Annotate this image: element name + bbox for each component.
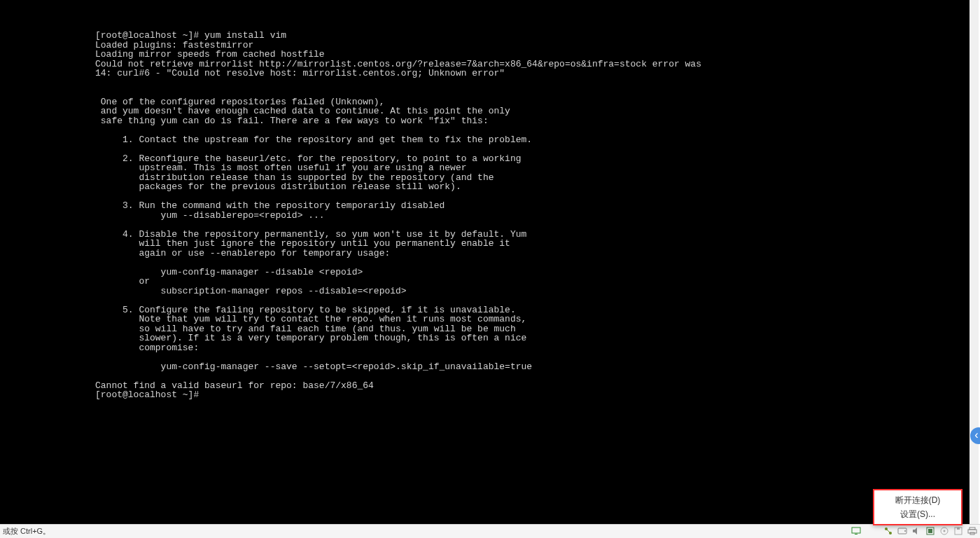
monitor-icon[interactable]	[851, 527, 861, 537]
statusbar-tray	[851, 527, 980, 537]
printer-icon[interactable]	[967, 527, 977, 537]
svg-rect-1	[855, 534, 858, 534]
menu-item-disconnect[interactable]: 断开连接(D)	[874, 493, 961, 507]
svg-rect-0	[852, 527, 860, 533]
terminal-output[interactable]: [root@localhost ~]# yum install vim Load…	[0, 0, 969, 524]
statusbar-hint-text: 或按 Ctrl+G。	[0, 526, 50, 537]
menu-item-settings[interactable]: 设置(S)...	[874, 507, 961, 521]
disk-icon[interactable]	[897, 527, 907, 537]
svg-rect-12	[957, 527, 960, 530]
cd-icon[interactable]	[939, 527, 949, 537]
scrollbar-track[interactable]	[969, 0, 979, 524]
tray-context-menu: 断开连接(D) 设置(S)...	[873, 489, 962, 525]
svg-rect-8	[928, 529, 932, 533]
svg-line-4	[887, 530, 890, 532]
svg-point-10	[944, 530, 946, 532]
sound-icon[interactable]	[911, 527, 921, 537]
svg-point-6	[904, 530, 906, 532]
status-bar: 或按 Ctrl+G。	[0, 524, 980, 538]
device-icon[interactable]	[925, 527, 935, 537]
terminal-right-edge	[969, 0, 980, 524]
floppy-icon[interactable]	[953, 527, 963, 537]
network-icon[interactable]	[883, 527, 893, 537]
